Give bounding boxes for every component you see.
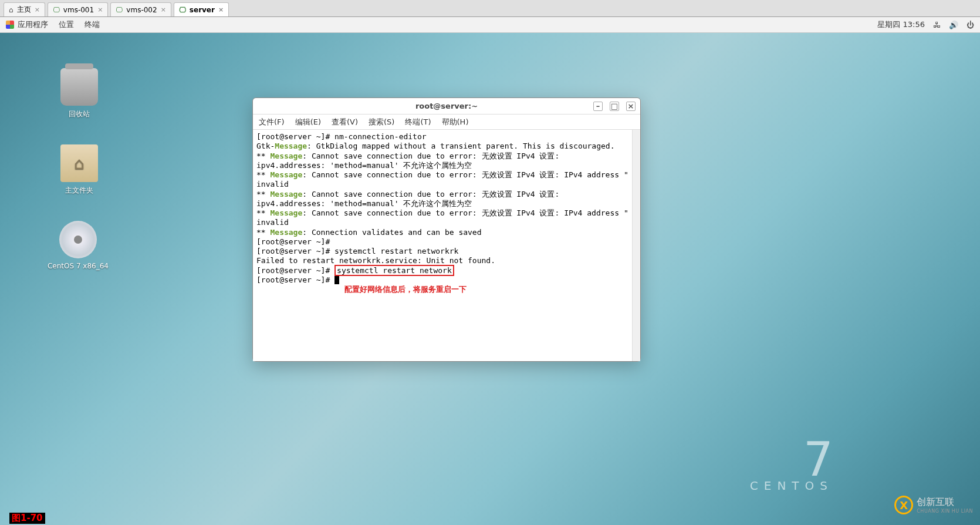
- annotation-text: 配置好网络信息后，将服务重启一下: [344, 285, 628, 294]
- minimize-button[interactable]: –: [593, 102, 603, 111]
- centos-name: CENTOS: [750, 479, 833, 493]
- trash-bin-icon: [60, 68, 98, 106]
- places-menu[interactable]: 位置: [59, 19, 74, 30]
- vm-tab[interactable]: ⌂主页×: [4, 2, 45, 16]
- watermark-en: CHUANG XIN HU LIAN: [917, 509, 973, 514]
- menu-terminal[interactable]: 终端(T): [405, 117, 431, 127]
- home-folder-icon[interactable]: 主文件夹: [47, 144, 111, 196]
- desktop[interactable]: 回收站 主文件夹 CentOS 7 x86_64 root@server:~ –…: [0, 33, 980, 525]
- vm-tab-label: 主页: [17, 5, 31, 15]
- datetime[interactable]: 星期四 13:56: [877, 19, 925, 30]
- watermark-logo: X 创新互联 CHUANG XIN HU LIAN: [894, 496, 973, 514]
- watermark-badge-icon: X: [894, 496, 913, 514]
- terminal-window[interactable]: root@server:~ – □ × 文件(F) 编辑(E) 查看(V) 搜索…: [252, 97, 641, 362]
- install-disc-icon[interactable]: CentOS 7 x86_64: [46, 221, 110, 270]
- watermark-cn: 创新互联: [917, 496, 973, 509]
- close-icon[interactable]: ×: [218, 6, 224, 14]
- close-icon[interactable]: ×: [97, 6, 103, 14]
- volume-icon[interactable]: 🔊: [949, 21, 958, 29]
- vm-tab-label: server: [190, 6, 215, 14]
- vm-tab[interactable]: 🖵vms-002×: [110, 2, 171, 16]
- centos-version: 7: [750, 441, 833, 479]
- scrollbar[interactable]: [632, 130, 640, 361]
- menu-view[interactable]: 查看(V): [332, 117, 358, 127]
- trash-icon[interactable]: 回收站: [47, 68, 111, 119]
- disc-label: CentOS 7 x86_64: [46, 262, 110, 270]
- vm-tab-icon: 🖵: [116, 6, 123, 14]
- terminal-line: [root@server ~]# systemctl restart netwo…: [256, 247, 628, 256]
- terminal-line: [root@server ~]#: [256, 275, 628, 285]
- terminal-line: ** Message: Cannot save connection due t…: [256, 170, 628, 190]
- vm-console-tabs: ⌂主页×🖵vms-001×🖵vms-002×🖵server×: [0, 0, 980, 17]
- vm-tab-icon: 🖵: [53, 6, 60, 14]
- window-title: root@server:~: [415, 102, 478, 110]
- cursor: [334, 276, 339, 284]
- home-label: 主文件夹: [47, 186, 111, 196]
- trash-label: 回收站: [47, 109, 111, 119]
- terminal-output[interactable]: [root@server ~]# nm-connection-editorGtk…: [253, 130, 632, 361]
- terminal-line: ** Message: Connection validates and can…: [256, 228, 628, 237]
- vm-tab-icon: 🖵: [179, 6, 186, 14]
- vm-tab-icon: ⌂: [9, 6, 13, 14]
- close-button[interactable]: ×: [626, 102, 636, 111]
- apps-icon: [6, 21, 14, 29]
- vm-tab-label: vms-001: [63, 6, 94, 14]
- close-icon[interactable]: ×: [161, 6, 166, 14]
- terminal-line: ** Message: Cannot save connection due t…: [256, 152, 628, 171]
- terminal-menubar: 文件(F) 编辑(E) 查看(V) 搜索(S) 终端(T) 帮助(H): [253, 115, 640, 130]
- folder-icon: [60, 144, 98, 182]
- maximize-button[interactable]: □: [610, 102, 619, 111]
- centos-wallpaper-logo: 7 CENTOS: [750, 441, 833, 493]
- vm-tab[interactable]: 🖵vms-001×: [48, 2, 109, 16]
- terminal-line: Gtk-Message: GtkDialog mapped without a …: [256, 142, 628, 151]
- terminal-launcher[interactable]: 终端: [85, 19, 100, 30]
- power-icon[interactable]: ⏻: [967, 21, 974, 29]
- menu-search[interactable]: 搜索(S): [369, 117, 394, 127]
- terminal-line: [root@server ~]# systemctl restart netwo…: [256, 266, 628, 275]
- terminal-line: ** Message: Cannot save connection due t…: [256, 208, 628, 228]
- network-icon[interactable]: 🖧: [933, 21, 941, 29]
- terminal-line: ** Message: Cannot save connection due t…: [256, 190, 628, 209]
- close-icon[interactable]: ×: [35, 6, 40, 14]
- terminal-line: [root@server ~]# nm-connection-editor: [256, 132, 628, 142]
- gnome-top-panel: 应用程序 位置 终端 星期四 13:56 🖧 🔊 ⏻: [0, 17, 980, 33]
- figure-caption: 图1-70: [9, 513, 45, 524]
- menu-help[interactable]: 帮助(H): [442, 117, 469, 127]
- menu-edit[interactable]: 编辑(E): [295, 117, 321, 127]
- vm-tab-label: vms-002: [126, 6, 157, 14]
- vm-tab[interactable]: 🖵server×: [174, 2, 229, 16]
- window-titlebar[interactable]: root@server:~ – □ ×: [253, 98, 640, 115]
- highlighted-command: systemctl restart network: [334, 265, 454, 276]
- menu-file[interactable]: 文件(F): [259, 117, 285, 127]
- terminal-line: [root@server ~]#: [256, 237, 628, 247]
- applications-menu[interactable]: 应用程序: [6, 19, 48, 30]
- applications-label: 应用程序: [18, 19, 48, 30]
- disc-icon: [59, 221, 97, 258]
